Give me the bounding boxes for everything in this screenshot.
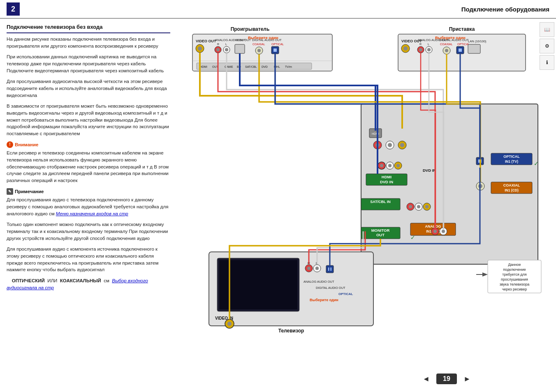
page-number-box: 2 bbox=[7, 2, 20, 16]
main-body-p3: Для прослушивания аудиосигнала высокой ч… bbox=[7, 78, 170, 99]
svg-point-47 bbox=[445, 49, 448, 52]
svg-text:Данное: Данное bbox=[508, 263, 521, 267]
main-body-p1: На данном рисунке показаны подключения т… bbox=[7, 36, 170, 49]
svg-text:OPTICAL: OPTICAL bbox=[271, 43, 284, 46]
svg-text:MONITOR: MONITOR bbox=[371, 228, 390, 233]
svg-text:OPTICAL: OPTICAL bbox=[503, 154, 520, 159]
svg-point-5 bbox=[198, 46, 202, 51]
svg-text:Телевизор: Телевизор bbox=[278, 328, 304, 334]
svg-text:SAT/CBL: SAT/CBL bbox=[245, 65, 257, 68]
svg-point-113 bbox=[315, 267, 319, 270]
svg-point-77 bbox=[388, 143, 392, 147]
svg-text:COAXIAL: COAXIAL bbox=[253, 43, 265, 46]
svg-text:R: R bbox=[419, 43, 422, 46]
header-title: Подключение оборудования bbox=[461, 6, 549, 13]
svg-text:через ресивер: через ресивер bbox=[502, 287, 527, 291]
svg-text:VIDEO OUT: VIDEO OUT bbox=[196, 39, 216, 43]
svg-text:TV/m: TV/m bbox=[285, 65, 292, 68]
svg-point-83 bbox=[388, 164, 392, 167]
svg-text:IN1 (CD): IN1 (CD) bbox=[505, 188, 519, 192]
svg-point-10 bbox=[216, 48, 220, 51]
svg-text:Выберите один: Выберите один bbox=[310, 298, 338, 302]
left-panel: Подключение телевизора без входа На данн… bbox=[0, 18, 177, 390]
svg-text:требуется для: требуется для bbox=[502, 272, 526, 277]
main-content: Подключение телевизора без входа На данн… bbox=[0, 18, 556, 390]
svg-text:GAME: GAME bbox=[225, 65, 233, 68]
note-p1: Для прослушивания аудио с телевизора под… bbox=[7, 196, 170, 217]
svg-text:IN1 (TV): IN1 (TV) bbox=[505, 159, 518, 164]
note-p2: Только один компонент можно подключить к… bbox=[7, 221, 170, 242]
svg-text:DVD IN: DVD IN bbox=[423, 168, 436, 173]
svg-point-111 bbox=[307, 267, 310, 270]
svg-text:L: L bbox=[225, 43, 227, 46]
sidebar-icons: 📖 ⚙ ℹ bbox=[538, 21, 556, 71]
svg-point-81 bbox=[380, 164, 383, 167]
svg-text:✓: ✓ bbox=[534, 160, 539, 167]
svg-text:Выберите один: Выберите один bbox=[248, 35, 278, 40]
svg-point-101 bbox=[442, 230, 445, 233]
attention-body: Если ресивер и телевизор соединены компо… bbox=[7, 150, 170, 184]
note-link1[interactable]: Меню назначения входов на стр bbox=[56, 211, 128, 216]
diagram-container: Проигрыватель VIDEO OUT ANALOG AUDIO OUT… bbox=[180, 22, 553, 359]
svg-text:DVD IN: DVD IN bbox=[380, 180, 393, 184]
sidebar-icon-settings[interactable]: ⚙ bbox=[540, 39, 554, 53]
svg-rect-50 bbox=[459, 48, 462, 52]
note-icon: ✎ bbox=[7, 188, 13, 195]
svg-text:✓: ✓ bbox=[410, 234, 415, 241]
svg-text:Выберите один: Выберите один bbox=[435, 35, 466, 40]
svg-text:OPTICAL: OPTICAL bbox=[338, 292, 353, 296]
sidebar-icon-info[interactable]: ℹ bbox=[540, 55, 554, 70]
svg-text:подключение: подключение bbox=[503, 267, 526, 272]
svg-rect-54 bbox=[468, 44, 480, 53]
svg-text:звука телевизора: звука телевизора bbox=[500, 282, 530, 286]
svg-point-99 bbox=[433, 230, 437, 233]
svg-text:HDMI: HDMI bbox=[382, 175, 392, 179]
svg-rect-21 bbox=[273, 48, 277, 52]
svg-point-41 bbox=[419, 48, 422, 51]
svg-point-85 bbox=[396, 164, 400, 167]
svg-point-12 bbox=[225, 48, 228, 51]
svg-text:OUT: OUT bbox=[376, 233, 385, 237]
main-section-title: Подключение телевизора без входа bbox=[7, 23, 170, 33]
page-num-badge: 19 bbox=[436, 374, 457, 384]
svg-point-36 bbox=[403, 46, 408, 51]
note-p4: ОПТИЧЕСКИЙ ИЛИ КОАКСИАЛЬНЫЙ см Выбор вхо… bbox=[7, 277, 170, 291]
svg-point-91 bbox=[425, 205, 429, 208]
svg-text:L: L bbox=[428, 43, 429, 46]
svg-text:LAN (10/100): LAN (10/100) bbox=[468, 39, 486, 43]
svg-text:прослушивания: прослушивания bbox=[501, 277, 528, 281]
svg-rect-107 bbox=[219, 260, 297, 309]
footer-nav: ◄ 19 ► bbox=[354, 371, 540, 387]
svg-text:HDMI: HDMI bbox=[200, 65, 207, 68]
svg-rect-14 bbox=[235, 44, 245, 53]
header: 2 Подключение оборудования bbox=[0, 0, 556, 18]
svg-point-89 bbox=[417, 205, 420, 208]
attention-icon: ! bbox=[7, 141, 13, 148]
note-p3: Для прослушивания аудио с компонента ист… bbox=[7, 246, 170, 273]
svg-point-87 bbox=[409, 205, 412, 208]
connection-diagram: Проигрыватель VIDEO OUT ANALOG AUDIO OUT… bbox=[180, 22, 542, 342]
svg-text:COAXIAL: COAXIAL bbox=[440, 43, 452, 46]
header-left: 2 bbox=[7, 2, 20, 16]
svg-point-18 bbox=[257, 49, 261, 52]
next-arrow[interactable]: ► bbox=[463, 375, 471, 383]
sidebar-icon-book[interactable]: 📖 bbox=[540, 22, 554, 37]
attention-label: ! Внимание bbox=[7, 141, 170, 148]
main-body-p4: В зависимости от проигрывателя может быт… bbox=[7, 103, 170, 137]
svg-text:DIGITAL AUDIO OUT: DIGITAL AUDIO OUT bbox=[316, 286, 345, 290]
prev-arrow[interactable]: ◄ bbox=[422, 375, 430, 383]
right-panel: Проигрыватель VIDEO OUT ANALOG AUDIO OUT… bbox=[177, 18, 556, 390]
svg-point-122 bbox=[227, 322, 232, 326]
svg-text:Приставка: Приставка bbox=[449, 26, 475, 32]
svg-text:COAXIAL: COAXIAL bbox=[503, 183, 520, 187]
svg-text:ANALOG AUDIO OUT: ANALOG AUDIO OUT bbox=[303, 280, 334, 284]
main-body-p2: При использовании данных подключений кар… bbox=[7, 53, 170, 74]
svg-text:DVD: DVD bbox=[262, 65, 268, 68]
svg-point-43 bbox=[427, 48, 431, 51]
svg-text:ANALOG: ANALOG bbox=[425, 224, 441, 228]
svg-text:R: R bbox=[217, 43, 219, 46]
note-label: ✎ Примечание bbox=[7, 188, 170, 195]
svg-text:SAT/CBL IN: SAT/CBL IN bbox=[370, 200, 391, 204]
svg-text:Проигрыватель: Проигрыватель bbox=[231, 26, 270, 32]
svg-point-79 bbox=[400, 143, 404, 147]
